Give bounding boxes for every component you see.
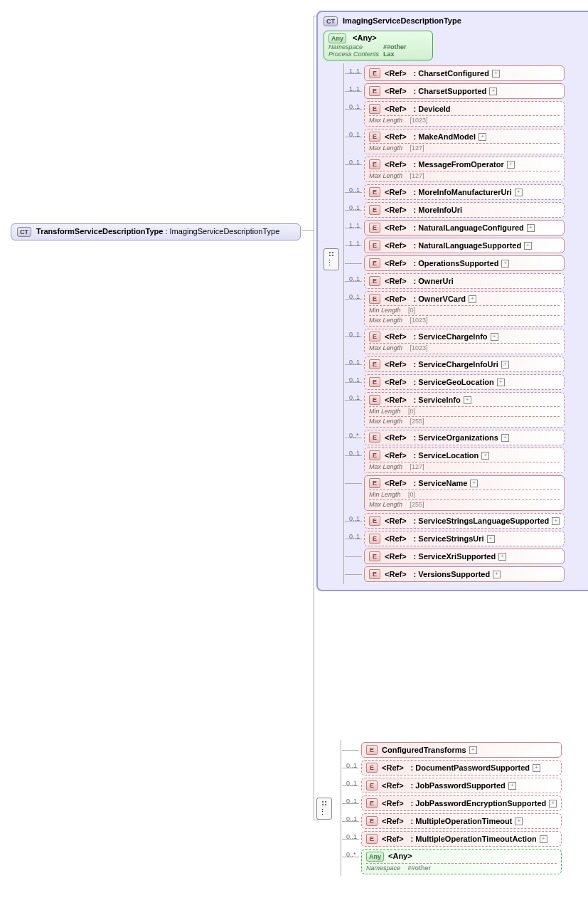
schema-element[interactable]: 0..1E<Ref>: DeviceIdMax Length [1023] xyxy=(364,101,565,127)
expand-handle[interactable]: + xyxy=(497,379,505,386)
schema-element[interactable]: 0..1E<Ref>: MoreInfoUri xyxy=(364,202,565,218)
schema-element[interactable]: 0..1E<Ref>: ServiceInfo+Min Length [0]Ma… xyxy=(364,392,565,428)
cardinality-label: 0..1 xyxy=(349,159,360,166)
cardinality-label: 1..1 xyxy=(349,68,360,75)
constraint-row: Max Length [255] xyxy=(369,416,560,425)
schema-element[interactable]: 0..1E<Ref>: DocumentPasswordSupported+ xyxy=(361,760,562,776)
constraint-row: Max Length [1023] xyxy=(369,315,560,324)
ref-label: <Ref> xyxy=(385,87,407,95)
expand-handle[interactable]: + xyxy=(552,517,560,525)
ref-label: <Ref> xyxy=(385,552,407,561)
expand-handle[interactable]: + xyxy=(493,571,501,578)
schema-element[interactable]: 0..1E<Ref>: OwnerVCard+Min Length [0]Max… xyxy=(364,291,565,327)
schema-element[interactable]: 0..1E<Ref>: ServiceChargeInfoUri+ xyxy=(364,356,565,372)
schema-element[interactable]: 1..1E<Ref>: CharsetConfigured+ xyxy=(364,65,565,81)
schema-element[interactable]: 0..1E<Ref>: MultipleOperationTimeout+ xyxy=(361,813,562,829)
element-name: : MoreInfoUri xyxy=(414,206,462,214)
cardinality-label: 0..1 xyxy=(349,394,360,401)
schema-element[interactable]: 0..1E<Ref>: ServiceGeoLocation+ xyxy=(364,374,565,390)
schema-element[interactable]: EConfiguredTransforms+ xyxy=(361,742,562,758)
expand-handle[interactable]: + xyxy=(491,333,498,341)
expand-handle[interactable]: + xyxy=(492,70,500,78)
element-badge-icon: E xyxy=(369,551,380,561)
ref-label: <Ref> xyxy=(385,295,407,303)
element-badge-icon: E xyxy=(369,276,380,286)
schema-element[interactable]: 0..1E<Ref>: OwnerUri xyxy=(364,273,565,289)
sequence-compositor-icon[interactable]: ⋮ xyxy=(324,248,339,270)
expand-handle[interactable]: + xyxy=(487,535,495,543)
element-badge-icon: E xyxy=(369,534,380,544)
cardinality-label: 1..1 xyxy=(349,222,360,229)
expand-handle[interactable]: + xyxy=(479,133,486,141)
element-name: : ServiceInfo xyxy=(414,396,461,404)
schema-element[interactable]: 0..1E<Ref>: ServiceStringsLanguageSuppor… xyxy=(364,513,565,529)
element-badge-icon: E xyxy=(369,569,380,579)
schema-element[interactable]: 0..1E<Ref>: JobPasswordEncryptionSupport… xyxy=(361,795,562,811)
element-badge-icon: E xyxy=(369,205,380,215)
schema-element[interactable]: 1..1E<Ref>: CharsetSupported+ xyxy=(364,83,565,99)
ref-label: <Ref> xyxy=(385,277,407,285)
expand-handle[interactable]: + xyxy=(498,553,506,561)
expand-handle[interactable]: + xyxy=(501,260,509,268)
schema-element[interactable]: E<Ref>: OperationsSupported+ xyxy=(364,255,565,271)
element-name: : ServiceStringsUri xyxy=(414,534,484,543)
expand-handle[interactable]: + xyxy=(524,242,532,250)
schema-element[interactable]: 0..1E<Ref>: MakeAndModel+Max Length [127… xyxy=(364,129,565,154)
schema-element[interactable]: 1..1E<Ref>: NaturalLanguageConfigured+ xyxy=(364,220,565,235)
expand-handle[interactable]: + xyxy=(527,224,535,232)
expand-handle[interactable]: + xyxy=(507,161,515,169)
cardinality-label: 0..1 xyxy=(349,103,360,110)
expand-handle[interactable]: + xyxy=(540,835,547,843)
element-name: : ServiceStringsLanguageSupported xyxy=(414,517,550,525)
ref-label: <Ref> xyxy=(385,206,407,214)
expand-handle[interactable]: + xyxy=(501,361,509,369)
schema-element[interactable]: 0..1E<Ref>: JobPasswordSupported+ xyxy=(361,778,562,793)
schema-element[interactable]: 0..1E<Ref>: MessageFromOperator+Max Leng… xyxy=(364,157,565,182)
any-badge-icon: Any xyxy=(328,33,346,43)
element-name: : CharsetSupported xyxy=(414,87,487,95)
expand-handle[interactable]: + xyxy=(489,88,497,95)
element-name: : MessageFromOperator xyxy=(414,160,504,169)
expand-handle[interactable]: + xyxy=(469,295,476,303)
cardinality-label: 0..1 xyxy=(349,331,360,338)
cardinality-label: 0..* xyxy=(346,851,356,858)
expand-handle[interactable]: + xyxy=(464,396,471,404)
cardinality-label: 0..1 xyxy=(346,780,357,787)
schema-element[interactable]: E<Ref>: ServiceXriSupported+ xyxy=(364,549,565,564)
connector-line xyxy=(302,230,314,231)
element-name: : MoreInfoManufacturerUri xyxy=(414,188,512,196)
any-ns-key: Namespace xyxy=(328,43,383,51)
expand-handle[interactable]: + xyxy=(481,452,489,460)
schema-element[interactable]: 0..1E<Ref>: ServiceLocation+Max Length [… xyxy=(364,448,565,473)
schema-element[interactable]: 1..1E<Ref>: NaturalLanguageSupported+ xyxy=(364,238,565,253)
schema-element[interactable]: 0..1E<Ref>: MoreInfoManufacturerUri+ xyxy=(364,184,565,200)
schema-element[interactable]: 0..1E<Ref>: ServiceChargeInfo+Max Length… xyxy=(364,329,565,354)
expand-handle[interactable]: + xyxy=(470,480,478,487)
expand-handle[interactable]: + xyxy=(469,746,477,754)
ref-label: <Ref> xyxy=(385,570,407,578)
schema-element[interactable]: E<Ref>: ServiceName+Min Length [0]Max Le… xyxy=(364,475,565,511)
expand-handle[interactable]: + xyxy=(549,800,557,808)
expand-handle[interactable]: + xyxy=(508,782,516,790)
element-name: : NaturalLanguageSupported xyxy=(414,241,522,250)
schema-element[interactable]: 0..1E<Ref>: MultipleOperationTimeoutActi… xyxy=(361,831,562,847)
parent-type-name: ImagingServiceDescriptionType xyxy=(343,16,461,25)
element-name: : JobPasswordEncryptionSupported xyxy=(411,799,547,808)
element-badge-icon: E xyxy=(369,433,380,443)
any-label: <Any> xyxy=(388,852,412,860)
schema-element[interactable]: 0..*E<Ref>: ServiceOrganizations+ xyxy=(364,430,565,445)
cardinality-label: 0..1 xyxy=(349,204,360,211)
expand-handle[interactable]: + xyxy=(515,817,523,825)
constraint-row: Max Length [255] xyxy=(369,499,560,508)
element-badge-icon: E xyxy=(369,187,380,197)
sequence-compositor-icon[interactable]: ⋮ xyxy=(316,798,332,820)
expand-handle[interactable]: + xyxy=(533,764,540,772)
schema-element[interactable]: 0..1E<Ref>: ServiceStringsUri+ xyxy=(364,531,565,546)
any-badge-icon: Any xyxy=(366,852,384,862)
ref-label: <Ref> xyxy=(382,835,404,843)
schema-element[interactable]: E<Ref>: VersionsSupported+ xyxy=(364,566,565,582)
expand-handle[interactable]: + xyxy=(515,189,523,196)
any-label: <Any> xyxy=(353,33,377,42)
root-type-node[interactable]: CT TransformServiceDescriptionType : Ima… xyxy=(11,223,301,240)
expand-handle[interactable]: + xyxy=(501,434,509,442)
